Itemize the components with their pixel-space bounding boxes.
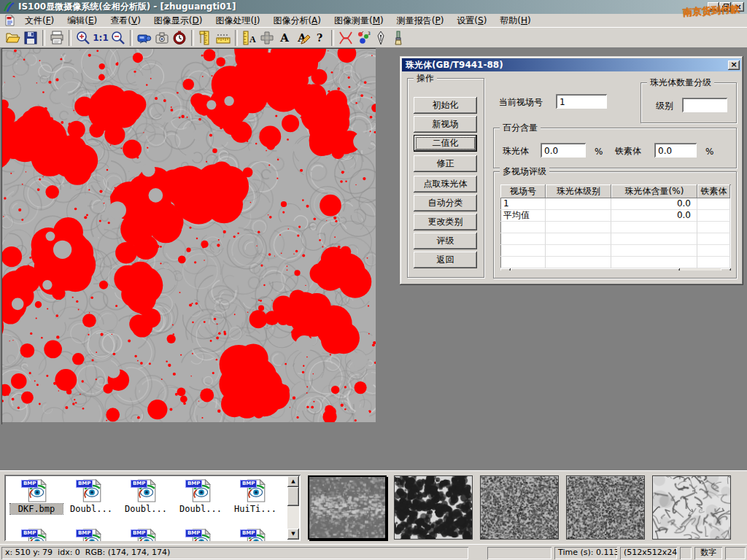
video-capture-button[interactable] [136, 30, 153, 46]
current-field-label: 当前视场号 [499, 97, 543, 107]
table-row-empty [500, 233, 731, 245]
ferrite-percent-sign: % [705, 147, 713, 157]
bmp-badge: BMP [185, 480, 202, 488]
status-empty [680, 547, 692, 559]
pen-button[interactable] [372, 30, 390, 46]
menu-help[interactable]: 帮助(H) [493, 14, 537, 27]
file-name[interactable]: Doubl... [65, 504, 117, 514]
scroll-right-icon[interactable]: ► [721, 268, 731, 271]
new-field-button[interactable]: 新视场 [414, 116, 477, 133]
file-item[interactable]: BMP [229, 529, 282, 541]
file-name[interactable]: HuiTi... [229, 504, 282, 514]
title-bar[interactable]: IS100显微摄像系统(金相分析版) - [zhuguangti01] × [0, 0, 747, 14]
table-row-empty [500, 257, 731, 268]
file-name[interactable]: Doubl... [174, 504, 227, 514]
thumbnail-image[interactable] [566, 475, 645, 540]
horizontal-ruler-button[interactable] [214, 30, 232, 46]
zoom-in-button[interactable] [74, 30, 92, 46]
table-row[interactable]: 平均值 0.0 [500, 210, 731, 222]
auto-classify-button[interactable]: 自动分类 [414, 195, 477, 211]
operations-group-label: 操作 [414, 73, 437, 83]
file-item[interactable]: BMP Doubl... [120, 479, 172, 514]
file-item[interactable]: BMP [65, 529, 117, 541]
thumbnail-image[interactable] [480, 475, 559, 540]
ferrite-label: 铁素体 [615, 146, 641, 156]
timer-button[interactable] [171, 30, 188, 46]
menu-settings[interactable]: 设置(S) [450, 14, 493, 27]
scroll-up-icon[interactable]: ▲ [287, 476, 299, 487]
col-pearlite-grade: 珠光体级别 [546, 184, 611, 198]
menu-image-measure[interactable]: 图像测量(M) [328, 14, 390, 27]
menu-measure-report[interactable]: 测量报告(P) [390, 14, 451, 27]
col-ferrite: 铁素体 [697, 184, 730, 198]
open-file-button[interactable] [4, 30, 22, 46]
pick-pearlite-button[interactable]: 点取珠光体 [414, 176, 477, 192]
thumbnail-image[interactable] [394, 475, 473, 540]
document-icon[interactable] [4, 15, 15, 26]
correct-button[interactable]: 修正 [414, 155, 477, 172]
file-item[interactable]: BMP Doubl... [174, 479, 227, 514]
cell-content: 0.0 [611, 210, 697, 222]
bmp-file-icon [81, 494, 101, 505]
pearlite-percent-sign: % [595, 147, 603, 157]
status-image-size: (512x512x24) [620, 547, 677, 559]
text-annotation-button[interactable]: A [276, 30, 293, 46]
status-coordinates: x: 510 y: 79 idx: 0 RGB: (174, 174, 174) [1, 547, 468, 559]
file-item[interactable]: BMP DKF.bmp [10, 479, 63, 514]
menu-view[interactable]: 查看(V) [104, 14, 147, 27]
file-item[interactable]: BMP Doubl... [65, 479, 117, 514]
scrollbar-thumb[interactable] [511, 268, 680, 271]
grade-button[interactable]: 评级 [414, 233, 477, 249]
count-marks-button[interactable]: 3 [355, 30, 372, 46]
menu-file[interactable]: 文件(F) [18, 14, 61, 27]
return-button[interactable]: 返回 [414, 252, 477, 268]
svg-text:3: 3 [368, 31, 371, 36]
edit-annotation-button[interactable]: A [293, 30, 311, 46]
current-field-input[interactable] [556, 94, 607, 109]
curve-measure-button[interactable] [337, 30, 355, 46]
file-name[interactable]: Doubl... [120, 504, 172, 514]
toolbar-separator [42, 30, 45, 46]
zoom-out-button[interactable] [109, 30, 127, 46]
menu-image-processing[interactable]: 图像处理(I) [209, 14, 266, 27]
scroll-down-icon[interactable]: ▼ [287, 529, 299, 540]
change-class-button[interactable]: 更改类别 [414, 214, 477, 230]
svg-text:A: A [249, 34, 256, 44]
menu-edit[interactable]: 编辑(E) [61, 14, 104, 27]
file-name[interactable]: DKF.bmp [10, 504, 63, 514]
table-h-scrollbar[interactable]: ◄ ► [500, 268, 731, 271]
camera-capture-button[interactable] [153, 30, 171, 46]
ferrite-percent-input[interactable] [654, 143, 697, 158]
print-button[interactable] [48, 30, 66, 46]
dialog-close-icon[interactable]: × [728, 61, 740, 70]
table-row[interactable]: 1 0.0 [500, 198, 731, 210]
brush-button[interactable] [390, 30, 407, 46]
file-item[interactable]: BMP [10, 529, 63, 541]
grid-button[interactable] [258, 30, 276, 46]
bmp-badge: BMP [76, 529, 93, 537]
save-button[interactable] [22, 30, 39, 46]
file-item[interactable]: BMP [174, 529, 227, 541]
init-button[interactable]: 初始化 [414, 97, 477, 114]
pearlite-percent-input[interactable] [541, 143, 586, 158]
specimen-image[interactable] [2, 49, 376, 422]
file-item[interactable]: BMP [120, 529, 172, 541]
window-title: IS100显微摄像系统(金相分析版) - [zhuguangti01] [18, 1, 236, 13]
file-list-scrollbar[interactable]: ▲ ▼ [287, 476, 299, 540]
dialog-title-bar[interactable]: 珠光体(GB/T9441-88) × [402, 58, 741, 71]
calibrate-ruler-button[interactable]: A [241, 30, 258, 46]
thumbnail-image[interactable] [308, 475, 387, 540]
actual-size-button[interactable]: 1:1 [92, 30, 109, 46]
scroll-left-icon[interactable]: ◄ [500, 268, 511, 271]
thumbnail-image[interactable] [652, 475, 731, 540]
menu-image-display[interactable]: 图像显示(D) [147, 14, 209, 27]
vertical-ruler-button[interactable] [197, 30, 214, 46]
grade-input[interactable] [682, 98, 727, 112]
grading-group: 珠光体数量分级 级别 [640, 82, 737, 123]
menu-image-analysis[interactable]: 图像分析(A) [266, 14, 328, 27]
help-button[interactable]: ? [311, 30, 328, 46]
binarize-button[interactable]: 二值化 [414, 135, 477, 152]
bmp-file-icon [190, 494, 211, 505]
scrollbar-thumb[interactable] [287, 487, 299, 506]
file-item[interactable]: BMP HuiTi... [229, 479, 282, 514]
